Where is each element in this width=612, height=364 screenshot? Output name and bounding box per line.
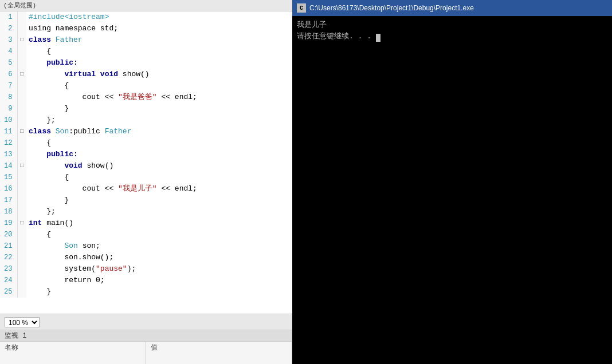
fold-indicator: [17, 149, 26, 160]
fold-indicator: [17, 80, 26, 92]
fold-indicator: [17, 57, 26, 69]
code-line: };: [26, 206, 292, 217]
table-row: 12 {: [0, 137, 292, 149]
fold-indicator: [17, 286, 26, 298]
fold-indicator: [17, 229, 26, 240]
code-line: class Father: [26, 34, 292, 46]
editor-toolbar: (全局范围): [0, 0, 292, 11]
main-area: (全局范围) 1#include<iostream>2using namespa…: [0, 0, 612, 364]
code-line: void show(): [26, 160, 292, 172]
line-number: 18: [0, 206, 17, 217]
table-row: 18 };: [0, 206, 292, 217]
line-number: 15: [0, 172, 17, 183]
line-number: 17: [0, 195, 17, 206]
line-number: 10: [0, 114, 17, 126]
line-number: 7: [0, 80, 17, 92]
line-number: 6: [0, 69, 17, 80]
line-number: 1: [0, 11, 17, 23]
line-number: 22: [0, 252, 17, 263]
table-row: 24 return 0;: [0, 275, 292, 286]
line-number: 20: [0, 229, 17, 240]
console-title: C:\Users\86173\Desktop\Project1\Debug\Pr…: [309, 4, 474, 12]
line-number: 24: [0, 275, 17, 286]
table-row: 13 public:: [0, 149, 292, 160]
fold-indicator[interactable]: □: [17, 160, 26, 172]
zoom-select[interactable]: 100 % 75 % 125 % 150 %: [5, 317, 40, 327]
code-line: }: [26, 103, 292, 114]
table-row: 7 {: [0, 80, 292, 92]
fold-indicator: [17, 23, 26, 34]
code-line: {: [26, 172, 292, 183]
table-row: 25 }: [0, 286, 292, 298]
code-line: {: [26, 137, 292, 149]
table-row: 6□ virtual void show(): [0, 69, 292, 80]
code-line: public:: [26, 149, 292, 160]
code-line: };: [26, 114, 292, 126]
scope-label: (全局范围): [3, 1, 36, 10]
code-line: using namespace std;: [26, 23, 292, 34]
fold-indicator[interactable]: □: [17, 34, 26, 46]
fold-indicator: [17, 183, 26, 195]
code-line: }: [26, 195, 292, 206]
line-number: 12: [0, 137, 17, 149]
code-line: public:: [26, 57, 292, 69]
console-pane: C C:\Users\86173\Desktop\Project1\Debug\…: [292, 0, 612, 364]
fold-indicator[interactable]: □: [17, 217, 26, 229]
line-number: 21: [0, 240, 17, 252]
table-row: 16 cout << "我是儿子" << endl;: [0, 183, 292, 195]
table-row: 17 }: [0, 195, 292, 206]
line-number: 4: [0, 46, 17, 57]
line-number: 14: [0, 160, 17, 172]
fold-indicator[interactable]: □: [17, 126, 26, 137]
fold-indicator: [17, 240, 26, 252]
line-number: 11: [0, 126, 17, 137]
table-row: 20 {: [0, 229, 292, 240]
line-number: 5: [0, 57, 17, 69]
fold-indicator[interactable]: □: [17, 69, 26, 80]
line-number: 2: [0, 23, 17, 34]
table-row: 5 public:: [0, 57, 292, 69]
fold-indicator: [17, 252, 26, 263]
code-line: int main(): [26, 217, 292, 229]
line-number: 13: [0, 149, 17, 160]
code-line: return 0;: [26, 275, 292, 286]
line-number: 19: [0, 217, 17, 229]
fold-indicator: [17, 46, 26, 57]
code-line: {: [26, 46, 292, 57]
table-row: 8 cout << "我是爸爸" << endl;: [0, 92, 292, 103]
editor-pane: (全局范围) 1#include<iostream>2using namespa…: [0, 0, 292, 364]
console-line-1: 我是儿子: [297, 19, 607, 31]
fold-indicator: [17, 103, 26, 114]
code-line: {: [26, 80, 292, 92]
code-area[interactable]: 1#include<iostream>2using namespace std;…: [0, 11, 292, 314]
table-row: 4 {: [0, 46, 292, 57]
code-line: class Son:public Father: [26, 126, 292, 137]
console-titlebar: C C:\Users\86173\Desktop\Project1\Debug\…: [292, 0, 612, 16]
fold-indicator: [17, 263, 26, 275]
watch-table: 名称 值: [0, 342, 292, 364]
code-line: cout << "我是爸爸" << endl;: [26, 92, 292, 103]
table-row: 14□ void show(): [0, 160, 292, 172]
table-row: 15 {: [0, 172, 292, 183]
fold-indicator: [17, 172, 26, 183]
fold-indicator: [17, 206, 26, 217]
table-row: 22 son.show();: [0, 252, 292, 263]
code-line: Son son;: [26, 240, 292, 252]
watch-panel: 监视 1 名称 值: [0, 330, 292, 364]
line-number: 23: [0, 263, 17, 275]
watch-value-col: 值: [146, 342, 292, 364]
table-row: 23 system("pause");: [0, 263, 292, 275]
table-row: 21 Son son;: [0, 240, 292, 252]
console-line-2: 请按任意键继续. . .: [297, 31, 607, 42]
code-table: 1#include<iostream>2using namespace std;…: [0, 11, 292, 298]
bottom-bar: 100 % 75 % 125 % 150 %: [0, 314, 292, 330]
fold-indicator: [17, 195, 26, 206]
code-line: son.show();: [26, 252, 292, 263]
fold-indicator: [17, 92, 26, 103]
line-number: 16: [0, 183, 17, 195]
table-row: 3□class Father: [0, 34, 292, 46]
fold-indicator: [17, 137, 26, 149]
code-line: system("pause");: [26, 263, 292, 275]
table-row: 9 }: [0, 103, 292, 114]
code-line: #include<iostream>: [26, 11, 292, 23]
